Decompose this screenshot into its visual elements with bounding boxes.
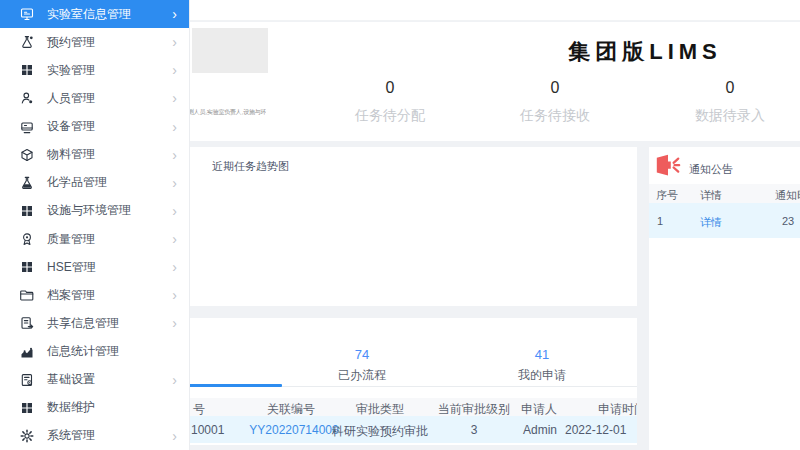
- chevron-right-icon: ›: [172, 35, 177, 49]
- chart-icon: [20, 345, 34, 359]
- quality-badge-icon: [20, 232, 34, 246]
- tab-my-applications[interactable]: 41 我的申请: [472, 348, 612, 382]
- notice-row-time: 23: [782, 215, 794, 227]
- sidebar-item-material-management[interactable]: 物料管理›: [0, 141, 189, 169]
- chevron-right-icon: ›: [172, 429, 177, 443]
- avatar-placeholder: [192, 28, 268, 73]
- notice-table-row[interactable]: [649, 203, 800, 238]
- sidebar-item-data-maintenance[interactable]: 数据维护: [0, 394, 189, 422]
- notice-col-no: 序号: [656, 188, 678, 203]
- sidebar-item-label: 预约管理: [47, 34, 172, 51]
- sidebar-item-label: 实验室信息管理: [47, 6, 172, 23]
- sidebar-item-quality-management[interactable]: 质量管理›: [0, 225, 189, 253]
- cell-related-no-link[interactable]: YY20220714000: [249, 423, 338, 437]
- chevron-right-icon: ›: [172, 288, 177, 302]
- grid-icon: [20, 401, 34, 415]
- stat-value: 0: [495, 78, 615, 98]
- stat-value: 0: [330, 78, 450, 98]
- sidebar-item-archive-management[interactable]: 档案管理›: [0, 281, 189, 309]
- sidebar-item-label: 实验管理: [47, 62, 172, 79]
- tab-processed-flows[interactable]: 74 已办流程: [292, 348, 432, 382]
- notice-col-time: 通知时间: [775, 188, 800, 203]
- cell-applicant: Admin: [523, 423, 557, 437]
- chemical-flask-icon: [20, 176, 34, 190]
- sidebar-item-label: 设备管理: [47, 118, 172, 135]
- notice-detail-link[interactable]: 详情: [700, 215, 722, 230]
- device-icon: [20, 120, 34, 134]
- sidebar-item-basic-settings[interactable]: 基础设置›: [0, 366, 189, 394]
- sidebar-item-label: 档案管理: [47, 287, 172, 304]
- sidebar-item-shared-info-management[interactable]: 共享信息管理›: [0, 309, 189, 337]
- sidebar-item-label: 质量管理: [47, 231, 172, 248]
- sidebar-item-label: 共享信息管理: [47, 315, 172, 332]
- sidebar-item-reservation-management[interactable]: 预约管理›: [0, 28, 189, 56]
- stat-task-to-receive: 0 任务待接收: [495, 78, 615, 124]
- sidebar-item-label: 设施与环境管理: [47, 202, 172, 219]
- grid-icon: [20, 204, 34, 218]
- sidebar-item-info-statistics[interactable]: 信息统计管理: [0, 338, 189, 366]
- tab-count: 74: [292, 348, 432, 362]
- cell-approval-type: 科研实验预约审批: [332, 423, 428, 440]
- stat-label: 数据待录入: [670, 106, 790, 124]
- sidebar-item-label: 化学品管理: [47, 174, 172, 191]
- notice-col-detail: 详情: [700, 188, 722, 203]
- chevron-right-icon: ›: [172, 176, 177, 190]
- sidebar-item-hse-management[interactable]: HSE管理›: [0, 253, 189, 281]
- tab-label: 我的申请: [472, 368, 612, 382]
- sidebar: 实验室信息管理›预约管理›实验管理›人员管理›设备管理›物料管理›化学品管理›设…: [0, 0, 190, 450]
- share-doc-icon: [20, 316, 34, 330]
- notice-row-no: 1: [657, 215, 663, 227]
- sidebar-item-label: 系统管理: [47, 427, 172, 444]
- sidebar-item-lab-info-management[interactable]: 实验室信息管理›: [0, 0, 189, 28]
- cell-approval-level: 3: [471, 423, 478, 437]
- sidebar-item-label: 基础设置: [47, 371, 172, 388]
- gear-icon: [20, 429, 34, 443]
- app-root: 测人员,实验室负责人,设施与环 集团版LIMS 0 任务待分配 0 任务待接收 …: [0, 0, 800, 450]
- sidebar-item-label: 物料管理: [47, 146, 172, 163]
- stat-value: 0: [670, 78, 790, 98]
- sidebar-item-equipment-management[interactable]: 设备管理›: [0, 113, 189, 141]
- chevron-right-icon: ›: [172, 120, 177, 134]
- stat-label: 任务待分配: [330, 106, 450, 124]
- chevron-right-icon: ›: [172, 148, 177, 162]
- chevron-right-icon: ›: [172, 316, 177, 330]
- tab-count: 41: [472, 348, 612, 362]
- grid-icon: [20, 260, 34, 274]
- cell-apply-time: 2022-12-01: [565, 423, 626, 437]
- appointment-icon: [20, 35, 34, 49]
- chevron-right-icon: ›: [172, 204, 177, 218]
- monitor-icon: [20, 7, 34, 21]
- sidebar-item-label: 信息统计管理: [47, 343, 177, 360]
- notice-panel: 通知公告 序号 详情 通知时间 1 详情 23: [649, 147, 800, 450]
- tab-label: 已办流程: [292, 368, 432, 382]
- chevron-right-icon: ›: [172, 91, 177, 105]
- trend-panel-title: 近期任务趋势图: [212, 159, 289, 174]
- megaphone-icon: [654, 153, 682, 180]
- active-tab-underline: [186, 384, 282, 387]
- sidebar-item-label: 人员管理: [47, 90, 172, 107]
- chevron-right-icon: ›: [172, 7, 177, 21]
- chevron-right-icon: ›: [172, 63, 177, 77]
- chevron-right-icon: ›: [172, 232, 177, 246]
- user-icon: [20, 91, 34, 105]
- chevron-right-icon: ›: [172, 260, 177, 274]
- chevron-right-icon: ›: [172, 373, 177, 387]
- package-icon: [20, 148, 34, 162]
- sidebar-item-facility-env-management[interactable]: 设施与环境管理›: [0, 197, 189, 225]
- sidebar-item-label: 数据维护: [47, 399, 177, 416]
- cell-flow-no: 10001: [191, 423, 224, 437]
- notice-panel-title: 通知公告: [689, 162, 733, 177]
- app-title: 集团版LIMS: [555, 37, 735, 67]
- sidebar-item-experiment-management[interactable]: 实验管理›: [0, 56, 189, 84]
- folder-icon: [20, 288, 34, 302]
- user-roles-text: 测人员,实验室负责人,设施与环: [188, 108, 266, 118]
- sidebar-item-label: HSE管理: [47, 259, 172, 276]
- sidebar-item-chemical-management[interactable]: 化学品管理›: [0, 169, 189, 197]
- stat-data-to-enter: 0 数据待录入: [670, 78, 790, 124]
- settings-doc-icon: [20, 373, 34, 387]
- stat-task-to-assign: 0 任务待分配: [330, 78, 450, 124]
- sidebar-item-system-management[interactable]: 系统管理›: [0, 422, 189, 450]
- sidebar-item-personnel-management[interactable]: 人员管理›: [0, 84, 189, 112]
- stat-label: 任务待接收: [495, 106, 615, 124]
- grid-icon: [20, 63, 34, 77]
